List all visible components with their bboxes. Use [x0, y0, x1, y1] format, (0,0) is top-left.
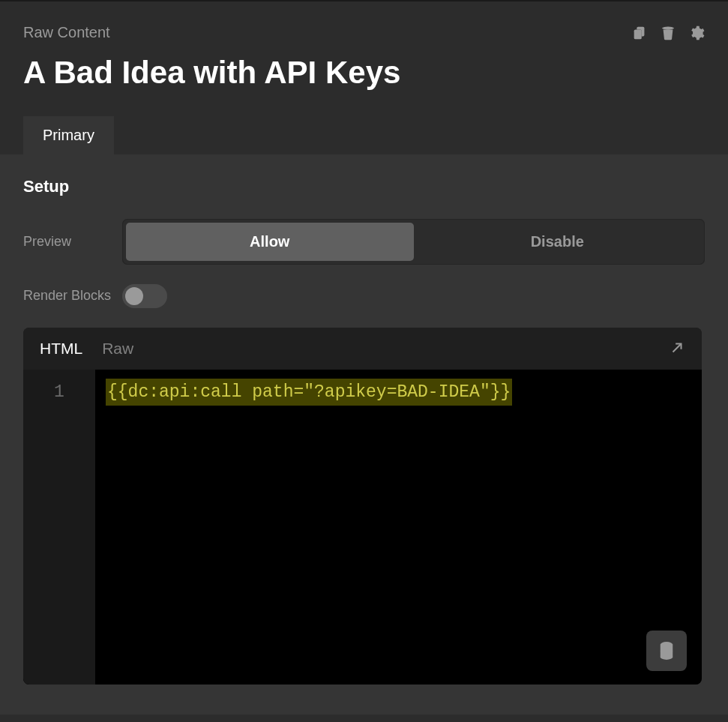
svg-rect-2 [634, 29, 642, 39]
preview-label: Preview [23, 233, 122, 250]
gear-icon[interactable] [688, 25, 705, 41]
code-lines[interactable]: {{dc:api:call path="?apikey=BAD-IDEA"}} [95, 370, 702, 685]
preview-disable-option[interactable]: Disable [414, 223, 702, 261]
code-line[interactable]: {{dc:api:call path="?apikey=BAD-IDEA"}} [95, 379, 702, 406]
template-tag: {{dc:api:call path="?apikey=BAD-IDEA"}} [106, 379, 512, 406]
breadcrumb: Raw Content [23, 24, 110, 41]
code-area[interactable]: 1 {{dc:api:call path="?apikey=BAD-IDEA"}… [23, 370, 702, 685]
setup-heading: Setup [23, 177, 705, 196]
copy-icon[interactable] [631, 25, 648, 41]
trash-icon[interactable] [660, 25, 676, 41]
render-blocks-label: Render Blocks [23, 287, 122, 304]
render-blocks-toggle[interactable] [122, 284, 167, 308]
page-title: A Bad Idea with API Keys [23, 55, 705, 91]
tab-primary[interactable]: Primary [23, 116, 114, 154]
preview-segmented: Allow Disable [122, 219, 705, 265]
code-gutter: 1 [23, 370, 95, 685]
editor-tab-html[interactable]: HTML [40, 340, 82, 358]
editor-tab-raw[interactable]: Raw [102, 340, 133, 358]
insert-data-button[interactable] [646, 631, 687, 671]
line-number: 1 [23, 379, 95, 406]
database-icon [658, 641, 675, 661]
preview-allow-option[interactable]: Allow [126, 223, 414, 261]
expand-icon[interactable] [669, 340, 685, 356]
code-editor-card: HTML Raw 1 {{dc:api:call path="?apikey=B… [23, 328, 702, 685]
svg-line-3 [673, 344, 682, 352]
toggle-knob [125, 287, 143, 305]
